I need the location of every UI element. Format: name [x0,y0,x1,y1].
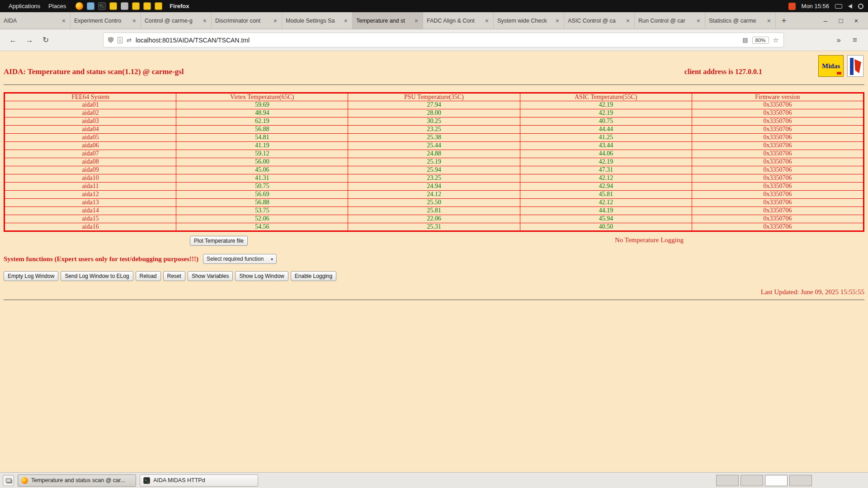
maximize-button[interactable]: □ [834,12,848,29]
back-button[interactable]: ← [6,36,20,45]
workspace[interactable] [716,475,739,486]
column-header-system: FEE64 System [5,93,176,101]
window-controls: – □ × [818,12,868,29]
cell-psu-temp: 25.44 [348,142,520,150]
cell-system: aida09 [5,166,176,174]
cell-psu-temp: 27.94 [348,101,520,109]
cell-firmware: 0x3350706 [692,134,863,142]
tab-close-icon[interactable]: × [343,17,349,24]
action-button[interactable]: Reset [163,271,185,281]
cell-asic-temp: 44.19 [520,207,692,215]
keyboard-indicator-icon[interactable] [835,4,842,9]
applications-menu[interactable]: Applications [5,1,44,11]
tab-close-icon[interactable]: × [61,17,66,24]
tab-close-icon[interactable]: × [132,17,137,24]
cell-asic-temp: 42.12 [520,199,692,207]
midas-window-icon[interactable] [143,2,151,10]
action-button[interactable]: Send Log Window to ELog [61,271,133,281]
action-button[interactable]: Show Variables [188,271,233,281]
volume-icon[interactable] [848,4,852,9]
tab-title: Experiment Contro [74,18,130,24]
tab-title: ASIC Control @ ca [568,18,623,24]
action-button[interactable]: Empty Log Window [4,271,58,281]
terminal-launcher-icon[interactable] [98,2,106,10]
browser-tab[interactable]: Control @ carme-g × [141,12,212,29]
cell-firmware: 0x3350706 [692,109,863,117]
minimize-button[interactable]: – [818,12,833,29]
cell-virtex-temp: 59.12 [176,150,348,158]
topbar-left: Applications Places Firefox [5,1,189,11]
task-label: AIDA MIDAS HTTPd [153,477,205,483]
system-functions-label: System functions (Expert users only for … [4,255,198,263]
power-icon[interactable] [858,4,863,9]
close-button[interactable]: × [849,12,863,29]
browser-tab[interactable]: Experiment Contro × [71,12,141,29]
tab-close-icon[interactable]: × [555,17,560,24]
function-select[interactable]: Select required function ▾ [203,254,277,264]
reader-view-icon[interactable]: ▤ [742,37,748,43]
notification-icon[interactable] [788,3,796,10]
browser-tab[interactable]: AIDA × [0,12,71,29]
column-header-firmware: Firmware version [692,93,863,101]
workspace[interactable] [741,475,763,486]
browser-tab[interactable]: Module Settings Sa × [282,12,353,29]
taskbar-window-browser[interactable]: Temperature and status scan @ car... [18,474,136,487]
zoom-level[interactable]: 80% [752,37,769,44]
page-info-icon[interactable] [118,37,123,43]
shield-icon[interactable] [108,37,113,43]
browser-tab[interactable]: ASIC Control @ ca × [564,12,635,29]
tab-close-icon[interactable]: × [202,17,208,24]
plot-temperature-button[interactable]: Plot Temperature file [190,236,248,246]
hamburger-menu-icon[interactable]: ≡ [848,36,862,45]
files-launcher-icon[interactable] [87,2,94,10]
clock[interactable]: Mon 15:56 [802,3,829,9]
midas-window-icon[interactable] [109,2,117,10]
workspace[interactable] [765,475,788,486]
active-app-name[interactable]: Firefox [170,3,189,9]
browser-tab[interactable]: Run Control @ car × [635,12,705,29]
reload-button[interactable]: ↻ [39,35,52,45]
browser-tab[interactable]: System wide Check × [494,12,564,29]
browser-tab[interactable]: Statistics @ carme × [705,12,776,29]
forward-button[interactable]: → [23,36,36,45]
cell-psu-temp: 24.94 [348,183,520,191]
overflow-menu-icon[interactable]: » [832,36,845,45]
bookmark-star-icon[interactable]: ☆ [773,36,779,44]
url-text[interactable]: localhost:8015/AIDA/TSCAN/TSCAN.tml [136,37,738,44]
cell-firmware: 0x3350706 [692,215,863,223]
new-tab-button[interactable]: + [776,12,792,29]
cell-virtex-temp: 53.75 [176,207,348,215]
cell-firmware: 0x3350706 [692,150,863,158]
browser-tab[interactable]: Temperature and st × [353,12,423,29]
taskbar-window-terminal[interactable]: AIDA MIDAS HTTPd [140,474,258,487]
action-button[interactable]: Show Log Window [235,271,288,281]
client-address: client address is 127.0.0.1 [684,68,762,76]
tab-close-icon[interactable]: × [766,17,772,24]
system-functions-row: System functions (Expert users only for … [4,254,864,264]
action-button[interactable]: Enable Logging [291,271,336,281]
url-bar[interactable]: ⇄ localhost:8015/AIDA/TSCAN/TSCAN.tml ▤ … [103,33,784,47]
cell-asic-temp: 43.44 [520,142,692,150]
places-menu[interactable]: Places [44,1,70,11]
app-window-icon[interactable] [121,2,128,10]
midas-window-icon[interactable] [132,2,140,10]
logging-status: No Temperature Logging [615,236,684,244]
firefox-launcher-icon[interactable] [75,2,83,10]
cell-firmware: 0x3350706 [692,126,863,134]
tab-close-icon[interactable]: × [625,17,631,24]
tab-close-icon[interactable]: × [273,17,278,24]
midas-window-icon[interactable] [155,2,162,10]
browser-tab[interactable]: FADC Align & Cont × [423,12,494,29]
tab-close-icon[interactable]: × [484,17,490,24]
cell-asic-temp: 40.50 [520,223,692,231]
browser-tab[interactable]: Discriminator cont × [212,12,282,29]
launcher-icons [75,2,162,10]
show-desktop-button[interactable] [3,475,14,486]
workspace[interactable] [789,475,812,486]
tab-close-icon[interactable]: × [696,17,701,24]
table-row: aida14 53.75 25.81 44.19 0x3350706 [5,207,864,215]
cell-psu-temp: 25.81 [348,207,520,215]
action-button[interactable]: Reload [136,271,161,281]
tab-close-icon[interactable]: × [414,17,419,24]
logos: Midas [818,55,863,77]
